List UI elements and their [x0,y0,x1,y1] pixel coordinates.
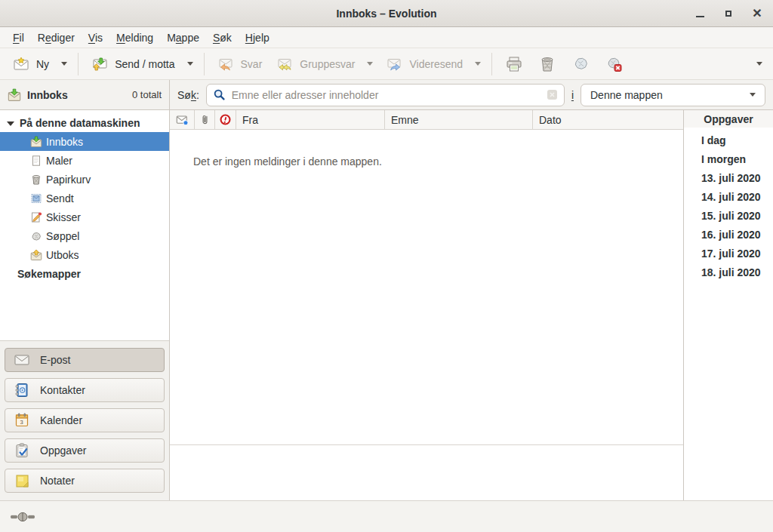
mail-icon [14,352,30,368]
forward-dropdown[interactable] [470,58,486,69]
new-message-dropdown[interactable] [56,58,72,69]
search-area: Søk: i Denne mappen [170,80,773,109]
chevron-down-icon [475,62,481,66]
trash-icon [537,54,557,74]
toolbar-separator [204,53,205,75]
printer-icon [504,54,524,74]
task-group-today[interactable]: I dag [684,131,773,149]
paperclip-icon [199,114,211,125]
message-list-pane: Fra Emne Dato Det er ingen meldinger i d… [170,110,683,500]
task-group-date[interactable]: 13. juli 2020 [684,168,773,187]
task-group-date[interactable]: 17. juli 2020 [684,244,773,263]
folder-item-utboks[interactable]: Utboks [0,245,169,264]
group-reply-label: Gruppesvar [300,58,355,70]
switcher-label: Kalender [40,414,82,426]
menu-melding[interactable]: Melding [109,27,160,48]
folder-label: Skisser [46,211,81,223]
not-junk-icon [604,54,624,74]
close-icon: ✕ [752,8,762,20]
folder-item-skisser[interactable]: Skisser [0,208,169,226]
print-button[interactable] [497,51,531,78]
column-read-status[interactable] [170,110,195,129]
folder-label: Utboks [46,249,79,261]
message-list-body[interactable]: Det er ingen meldinger i denne mappen. [170,130,683,444]
switcher-mail-button[interactable]: E-post [5,348,165,372]
task-group-date[interactable]: 14. juli 2020 [684,187,773,206]
evolution-window: Innboks – Evolution ✕ Fil Rediger Vis Me… [0,0,773,532]
online-status-plug-icon[interactable] [11,511,35,523]
menu-vis[interactable]: Vis [82,27,109,48]
switcher-tasks-button[interactable]: Oppgaver [5,438,165,463]
maximize-button[interactable] [720,5,737,22]
junk-button[interactable] [564,51,597,78]
folder-label: Innboks [46,136,83,148]
clear-search-icon[interactable] [547,89,558,100]
search-scope-value: Denne mappen [590,89,663,101]
send-receive-dropdown[interactable] [182,58,199,69]
folder-sidebar: På denne datamaskinen Innboks Maler [0,110,170,500]
switcher-notes-button[interactable]: Notater [5,469,165,493]
svg-text:3: 3 [20,419,23,426]
preview-pane[interactable] [170,444,683,500]
column-attachment[interactable] [195,110,215,129]
junk-icon [30,230,42,242]
search-icon [213,88,226,101]
delete-button[interactable] [531,51,564,78]
search-label: Søk: [177,89,199,101]
column-date[interactable]: Dato [533,110,683,129]
menu-sok[interactable]: Søk [206,27,239,48]
switcher-contacts-button[interactable]: Kontakter [5,378,165,402]
tree-root-search-folders[interactable]: Søkemapper [0,264,169,284]
folder-item-innboks[interactable]: Innboks [0,132,169,151]
switcher-label: Kontakter [40,384,85,396]
tree-root-label: På denne datamaskinen [20,117,140,129]
folder-label: Maler [46,155,72,167]
toolbar-separator [78,53,79,75]
toolbar-overflow-button[interactable] [751,58,768,69]
menu-rediger[interactable]: Rediger [31,27,82,48]
task-group-date[interactable]: 16. juli 2020 [684,225,773,244]
search-box [206,84,565,106]
menu-fil[interactable]: Fil [6,27,31,48]
column-from[interactable]: Fra [236,110,385,129]
send-receive-button[interactable]: Send / motta [84,51,181,77]
tree-root-on-this-computer[interactable]: På denne datamaskinen [0,114,169,132]
drafts-icon [30,211,42,223]
new-message-label: Ny [36,58,49,70]
menu-mappe[interactable]: Mappe [160,27,206,48]
forward-button[interactable]: Videresend [378,51,470,77]
sent-icon [30,192,42,204]
search-folders-label: Søkemapper [17,268,81,280]
search-scope-dropdown[interactable]: Denne mappen [581,84,765,106]
tasks-panel-header[interactable]: Oppgaver [684,110,773,128]
group-reply-icon [276,55,294,73]
reply-button[interactable]: Svar [210,51,269,77]
read-status-icon [176,113,189,126]
forward-icon [385,55,403,73]
search-input[interactable] [232,89,540,101]
task-group-date[interactable]: 15. juli 2020 [684,206,773,225]
task-group-date[interactable]: 18. juli 2020 [684,263,773,281]
chevron-down-icon [61,62,67,66]
folder-item-maler[interactable]: Maler [0,151,169,170]
folder-label: Sendt [46,192,74,204]
group-reply-button[interactable]: Gruppesvar [269,51,362,77]
folder-item-sendt[interactable]: Sendt [0,189,169,208]
minimize-button[interactable] [691,5,708,22]
reply-label: Svar [241,58,263,70]
trash-icon [30,174,42,186]
switcher-calendar-button[interactable]: 3 Kalender [5,408,165,432]
send-receive-icon [91,55,109,73]
not-junk-button[interactable] [597,51,630,78]
close-button[interactable]: ✕ [749,5,765,22]
menu-hjelp[interactable]: Hjelp [239,27,276,48]
group-reply-dropdown[interactable] [362,58,378,69]
column-priority[interactable] [215,110,236,129]
folder-item-soppel[interactable]: Søppel [0,226,169,245]
folder-item-papirkurv[interactable]: Papirkurv [0,170,169,189]
task-group-tomorrow[interactable]: I morgen [684,149,773,168]
new-message-button[interactable]: Ny [5,51,56,77]
column-subject[interactable]: Emne [385,110,533,129]
expander-icon[interactable] [7,121,14,126]
inbox-icon [30,136,42,148]
